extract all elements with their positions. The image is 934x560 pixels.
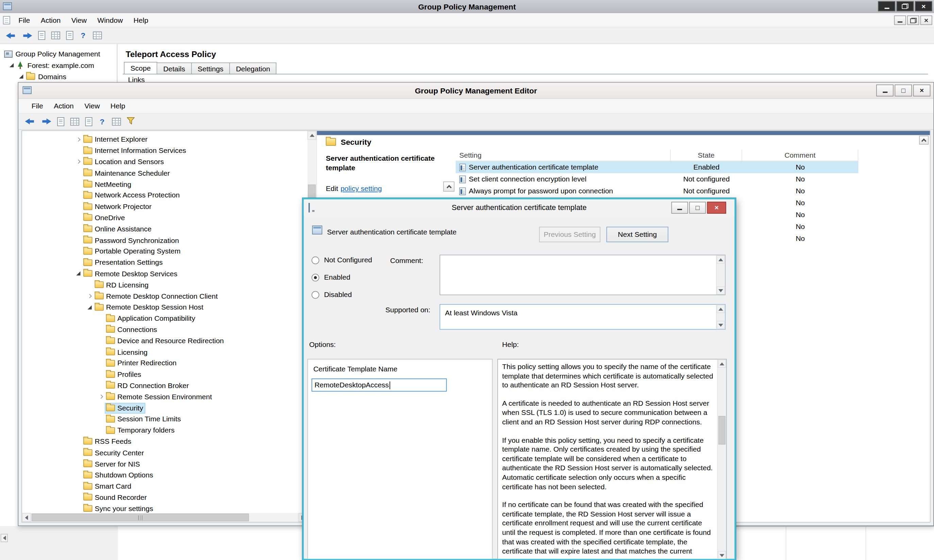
dialog-titlebar[interactable]: Server authentication certificate templa… [304, 200, 734, 216]
results-scroll-up[interactable] [919, 135, 929, 145]
gpme-menu-action[interactable]: Action [48, 99, 79, 112]
scroll-down-button[interactable] [718, 551, 726, 560]
column-header-setting[interactable]: Setting [456, 149, 671, 161]
expanded-icon[interactable] [74, 271, 83, 275]
columns-icon[interactable] [93, 32, 102, 39]
tree-item-sound-recorder[interactable]: Sound Recorder [22, 492, 307, 503]
radio-enabled[interactable]: Enabled [312, 272, 350, 282]
tree-item-online-assistance[interactable]: Online Assistance [22, 223, 307, 234]
gpme-menu-view[interactable]: View [79, 99, 105, 112]
tree-item-smart-card[interactable]: Smart Card [22, 481, 307, 492]
tree-item-licensing[interactable]: Licensing [22, 346, 307, 357]
gpme-titlebar[interactable]: Group Policy Management Editor □ × [19, 83, 933, 98]
tree-item-portable-operating-system[interactable]: Portable Operating System [22, 246, 307, 257]
forward-icon[interactable] [22, 32, 32, 39]
column-header-comment[interactable]: Comment [742, 149, 858, 161]
dialog-close-button[interactable]: × [707, 202, 726, 214]
scroll-up-button[interactable] [307, 131, 316, 140]
tree-item-connections[interactable]: Connections [22, 324, 307, 335]
tree-item-netmeeting[interactable]: NetMeeting [22, 179, 307, 190]
close-button[interactable]: × [915, 2, 932, 12]
scroll-up-button[interactable] [717, 305, 725, 313]
document-icon[interactable] [57, 117, 64, 126]
next-setting-button[interactable]: Next Setting [607, 227, 668, 242]
tree-item-remote-desktop-services[interactable]: Remote Desktop Services [22, 268, 307, 279]
dialog-maximize-button[interactable]: □ [689, 202, 706, 214]
tree-item-rd-connection-broker[interactable]: RD Connection Broker [22, 380, 307, 391]
scroll-left-button[interactable] [1, 534, 8, 542]
mdi-minimize-button[interactable] [894, 15, 906, 25]
policy-setting-link[interactable]: policy setting [340, 185, 381, 193]
export-list-icon[interactable] [85, 117, 92, 126]
tree-item-password-synchronization[interactable]: Password Synchronization [22, 234, 307, 246]
scroll-up-button[interactable] [718, 360, 726, 368]
gpme-menu-file[interactable]: File [26, 99, 48, 112]
tree-item-device-and-resource-redirection[interactable]: Device and Resource Redirection [22, 335, 307, 346]
gpme-menu-help[interactable]: Help [105, 99, 131, 112]
comment-textarea[interactable] [440, 255, 726, 295]
gpm-menu-help[interactable]: Help [128, 13, 154, 26]
expanded-icon[interactable] [9, 63, 14, 67]
tree-item-session-time-limits[interactable]: Session Time Limits [22, 414, 307, 425]
settings-row[interactable]: Server authentication certificate templa… [456, 162, 858, 173]
scroll-up-button[interactable] [717, 255, 725, 264]
gpme-minimize-button[interactable] [876, 85, 894, 97]
collapsed-icon[interactable] [85, 295, 94, 298]
forward-icon[interactable] [41, 118, 51, 125]
help-icon[interactable]: ? [79, 31, 87, 40]
radio-disabled[interactable]: Disabled [312, 290, 352, 299]
gpm-menu-file[interactable]: File [13, 13, 36, 26]
tree-item-presentation-settings[interactable]: Presentation Settings [22, 257, 307, 268]
scrollbar-thumb[interactable] [718, 416, 726, 445]
tree-item-printer-redirection[interactable]: Printer Redirection [22, 357, 307, 369]
gpme-maximize-button[interactable]: □ [895, 85, 912, 97]
tree-item-sync-your-settings[interactable]: Sync your settings [22, 503, 307, 513]
help-icon[interactable]: ? [98, 117, 106, 126]
list-view-icon[interactable] [70, 118, 79, 125]
restore-button[interactable] [897, 2, 914, 12]
gpm-menu-action[interactable]: Action [36, 13, 66, 26]
collapsed-icon[interactable] [74, 138, 83, 141]
tree-item-internet-explorer[interactable]: Internet Explorer [22, 134, 307, 145]
document-icon[interactable] [38, 31, 45, 40]
supported-on-scrollbar[interactable] [716, 305, 725, 329]
tree-item-remote-session-environment[interactable]: Remote Session Environment [22, 391, 307, 402]
minimize-button[interactable] [878, 2, 895, 12]
tree-item-onedrive[interactable]: OneDrive [22, 212, 307, 223]
scroll-down-button[interactable] [717, 286, 725, 295]
tab-delegation[interactable]: Delegation [230, 63, 276, 74]
gpm-menu-view[interactable]: View [66, 13, 92, 26]
tree-item-group-policy-management[interactable]: Group Policy Management [0, 48, 117, 60]
mdi-restore-button[interactable] [907, 15, 919, 25]
comment-scrollbar[interactable] [716, 255, 725, 295]
scroll-left-button[interactable] [22, 513, 31, 522]
gpme-close-button[interactable]: × [913, 85, 931, 97]
extended-pane-scroll-up[interactable] [443, 182, 454, 192]
back-icon[interactable] [6, 32, 16, 39]
tree-item-rss-feeds[interactable]: RSS Feeds [22, 436, 307, 447]
tree-item-remote-desktop-connection-client[interactable]: Remote Desktop Connection Client [22, 291, 307, 302]
tab-details[interactable]: Details [157, 63, 191, 74]
refresh-icon[interactable] [66, 31, 73, 40]
help-scrollbar[interactable] [717, 360, 726, 559]
gpm-menu-window[interactable]: Window [92, 13, 128, 26]
collapsed-icon[interactable] [74, 160, 83, 163]
radio-not-configured[interactable]: Not Configured [312, 255, 372, 265]
scroll-down-button[interactable] [717, 321, 725, 329]
tab-settings[interactable]: Settings [191, 63, 230, 74]
tree-item-network-access-protection[interactable]: Network Access Protection [22, 190, 307, 201]
tree-item-shutdown-options[interactable]: Shutdown Options [22, 469, 307, 481]
tree-item-location-and-sensors[interactable]: Location and Sensors [22, 156, 307, 168]
tree-item-security[interactable]: Security [22, 402, 307, 414]
mdi-close-button[interactable]: × [920, 15, 932, 25]
tree-item-server-for-nis[interactable]: Server for NIS [22, 458, 307, 469]
tree-item-remote-desktop-session-host[interactable]: Remote Desktop Session Host [22, 302, 307, 313]
back-icon[interactable] [25, 118, 36, 125]
list-view-icon[interactable] [51, 32, 60, 39]
tree-item-rd-licensing[interactable]: RD Licensing [22, 279, 307, 291]
tree-horizontal-scrollbar[interactable] [22, 513, 307, 522]
dialog-minimize-button[interactable] [672, 202, 688, 214]
tree-item-application-compatibility[interactable]: Application Compatibility [22, 313, 307, 324]
collapsed-icon[interactable] [97, 395, 105, 398]
tree-item-internet-information-services[interactable]: Internet Information Services [22, 145, 307, 156]
